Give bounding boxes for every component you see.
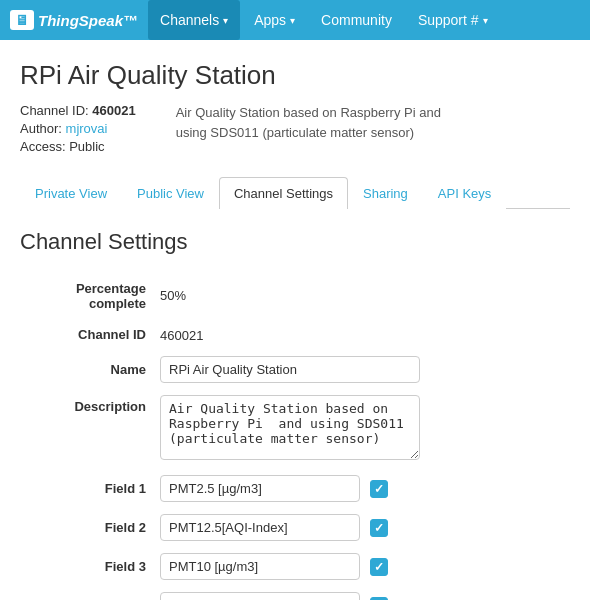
tab-public-view[interactable]: Public View: [122, 177, 219, 209]
field2-input[interactable]: [160, 514, 360, 541]
textarea-description-cell: Air Quality Station based on Raspberry P…: [160, 389, 570, 469]
nav-community-label: Community: [321, 12, 392, 28]
field4-input[interactable]: [160, 592, 360, 600]
field3-control: [160, 547, 570, 586]
nav-items: Channels ▾ Apps ▾ Community Support # ▾: [148, 0, 500, 40]
nav-apps-label: Apps: [254, 12, 286, 28]
value-percentage: 50%: [160, 271, 570, 319]
section-title: Channel Settings: [20, 229, 570, 255]
label-field1: Field 1: [20, 469, 160, 508]
label-percentage: Percentage complete: [20, 271, 160, 319]
field4-row: [160, 592, 570, 600]
label-description: Description: [20, 389, 160, 469]
nav-support-label: Support #: [418, 12, 479, 28]
form-row-field3: Field 3: [20, 547, 570, 586]
author-label: Author:: [20, 121, 62, 136]
tab-sharing[interactable]: Sharing: [348, 177, 423, 209]
author-value[interactable]: mjrovai: [66, 121, 108, 136]
access-line: Access: Public: [20, 139, 136, 154]
field1-row: [160, 475, 570, 502]
label-field4: Field 4: [20, 586, 160, 600]
brand-name: ThingSpeak™: [38, 12, 138, 29]
channel-id-value: 460021: [92, 103, 135, 118]
nav-item-apps[interactable]: Apps ▾: [242, 0, 307, 40]
form-row-description: Description Air Quality Station based on…: [20, 389, 570, 469]
nav-channels-label: Channels: [160, 12, 219, 28]
channel-id-line: Channel ID: 460021: [20, 103, 136, 118]
field3-row: [160, 553, 570, 580]
value-channel-id: 460021: [160, 319, 570, 350]
label-field3: Field 3: [20, 547, 160, 586]
channel-meta: Channel ID: 460021 Author: mjrovai Acces…: [20, 103, 570, 157]
name-input[interactable]: [160, 356, 420, 383]
field2-control: [160, 508, 570, 547]
field1-input[interactable]: [160, 475, 360, 502]
label-channel-id: Channel ID: [20, 319, 160, 350]
nav-item-support[interactable]: Support # ▾: [406, 0, 500, 40]
field2-checkbox[interactable]: [370, 519, 388, 537]
nav-item-channels[interactable]: Channels ▾: [148, 0, 240, 40]
page-description: Air Quality Station based on Raspberry P…: [176, 105, 441, 140]
label-field2: Field 2: [20, 508, 160, 547]
tab-channel-settings[interactable]: Channel Settings: [219, 177, 348, 209]
access-value: Public: [69, 139, 104, 154]
form-row-name: Name: [20, 350, 570, 389]
field3-input[interactable]: [160, 553, 360, 580]
main-content: RPi Air Quality Station Channel ID: 4600…: [0, 40, 590, 600]
field3-checkbox[interactable]: [370, 558, 388, 576]
access-label: Access:: [20, 139, 66, 154]
label-name: Name: [20, 350, 160, 389]
meta-left: Channel ID: 460021 Author: mjrovai Acces…: [20, 103, 136, 157]
field2-row: [160, 514, 570, 541]
form-row-percentage: Percentage complete 50%: [20, 271, 570, 319]
brand[interactable]: 🖥 ThingSpeak™: [10, 10, 138, 30]
logo-box: 🖥: [10, 10, 34, 30]
field4-control: [160, 586, 570, 600]
field4-checkbox[interactable]: [370, 597, 388, 601]
tab-private-view[interactable]: Private View: [20, 177, 122, 209]
percentage-value: 50%: [160, 288, 186, 303]
form-row-channel-id: Channel ID 460021: [20, 319, 570, 350]
meta-right: Air Quality Station based on Raspberry P…: [176, 103, 456, 157]
channels-dropdown-icon: ▾: [223, 15, 228, 26]
field1-control: [160, 469, 570, 508]
input-name-cell: [160, 350, 570, 389]
tabs: Private View Public View Channel Setting…: [20, 177, 570, 209]
channel-id-field-value: 460021: [160, 328, 203, 343]
field1-checkbox[interactable]: [370, 480, 388, 498]
form-row-field1: Field 1: [20, 469, 570, 508]
settings-form: Percentage complete 50% Channel ID 46002…: [20, 271, 570, 600]
page-title: RPi Air Quality Station: [20, 60, 570, 91]
monitor-icon: 🖥: [15, 12, 29, 28]
tab-api-keys[interactable]: API Keys: [423, 177, 506, 209]
apps-dropdown-icon: ▾: [290, 15, 295, 26]
description-textarea[interactable]: Air Quality Station based on Raspberry P…: [160, 395, 420, 460]
form-row-field4: Field 4: [20, 586, 570, 600]
nav-item-community[interactable]: Community: [309, 0, 404, 40]
channel-id-label: Channel ID:: [20, 103, 89, 118]
form-row-field2: Field 2: [20, 508, 570, 547]
navbar: 🖥 ThingSpeak™ Channels ▾ Apps ▾ Communit…: [0, 0, 590, 40]
author-line: Author: mjrovai: [20, 121, 136, 136]
support-dropdown-icon: ▾: [483, 15, 488, 26]
